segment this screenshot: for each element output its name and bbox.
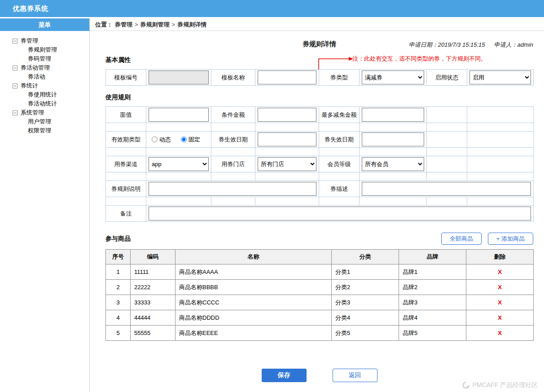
usage-rules-table: 面值 条件金额 最多减免金额 有效期类型 动态 固定 券生效日期 xyxy=(105,106,534,222)
sidebar-item-coupon-rule-mgmt[interactable]: 券规则管理 xyxy=(13,45,89,54)
cell-seq: 2 xyxy=(106,280,131,295)
breadcrumb-item-coupon-mgmt[interactable]: 券管理 xyxy=(115,21,132,29)
store-label: 用券门店 xyxy=(211,156,255,172)
template-name-label: 模板名称 xyxy=(211,70,255,86)
section-usage-rules: 使用规则 xyxy=(105,93,533,101)
sidebar-item-usage-stats[interactable]: 券使用统计 xyxy=(13,90,89,99)
app-header: 优惠券系统 xyxy=(0,0,544,17)
note-arrow-icon xyxy=(316,56,355,70)
collapse-icon[interactable]: − xyxy=(13,84,18,88)
sidebar-item-coupon-code-mgmt[interactable]: 券码管理 xyxy=(13,54,89,63)
products-table: 序号 编码 名称 分类 品牌 删除 1 11111 商品名称AAAA 分类1 品… xyxy=(105,249,534,341)
rule-desc-input[interactable] xyxy=(149,182,316,196)
sidebar-item-user-mgmt[interactable]: 用户管理 xyxy=(13,117,89,126)
cell-category: 分类3 xyxy=(332,295,399,310)
breadcrumb: 位置： 券管理 > 券规则管理 > 券规则详情 xyxy=(90,18,544,31)
cell-brand: 品牌2 xyxy=(399,280,466,295)
interaction-note: 注：此处有交互，选不同类型的券，下方规则不同。 xyxy=(352,55,487,63)
table-row: 1 11111 商品名称AAAA 分类1 品牌1 X xyxy=(106,264,534,280)
status-select[interactable]: 启用 xyxy=(469,70,531,84)
cell-category: 分类2 xyxy=(332,280,399,295)
condition-amount-input[interactable] xyxy=(258,108,316,122)
breadcrumb-separator: > xyxy=(135,21,138,28)
cell-category: 分类1 xyxy=(332,264,399,280)
col-seq: 序号 xyxy=(106,250,131,264)
delete-row-button[interactable]: X xyxy=(466,280,534,295)
coupon-desc-label: 券描述 xyxy=(319,181,360,197)
cell-brand: 品牌4 xyxy=(399,310,466,326)
sidebar-item-coupon-activity[interactable]: 券活动 xyxy=(13,72,89,81)
breadcrumb-item-rule-detail: 券规则详情 xyxy=(177,21,206,29)
watermark: PMCAFF 产品经理社区 xyxy=(462,381,538,389)
validity-fixed-radio[interactable]: 固定 xyxy=(181,136,200,143)
coupon-desc-input[interactable] xyxy=(362,182,531,196)
collapse-icon[interactable]: − xyxy=(13,39,18,44)
cell-category: 分类4 xyxy=(332,310,399,326)
col-code: 编码 xyxy=(131,250,175,264)
sidebar-menu-tree: − 券管理 券规则管理 券码管理 − 券活动管理 券活动 − 券统计 券使用统计… xyxy=(0,31,89,135)
validity-type-label: 有效期类型 xyxy=(106,132,146,148)
cell-name: 商品名称AAAA xyxy=(175,264,332,280)
breadcrumb-item-rule-mgmt[interactable]: 券规则管理 xyxy=(140,21,170,29)
template-name-input[interactable] xyxy=(258,70,316,84)
cell-name: 商品名称DDDD xyxy=(175,310,332,326)
sidebar-item-permission-mgmt[interactable]: 权限管理 xyxy=(13,126,89,135)
delete-row-button[interactable]: X xyxy=(466,310,534,326)
col-brand: 品牌 xyxy=(399,250,466,264)
cell-brand: 品牌3 xyxy=(399,295,466,310)
status-label: 启用状态 xyxy=(427,70,467,86)
channel-select[interactable]: app xyxy=(149,157,209,171)
rule-desc-label: 券规则说明 xyxy=(106,181,146,197)
effective-date-label: 券生效日期 xyxy=(211,132,255,148)
cell-code: 44444 xyxy=(131,310,175,326)
validity-dynamic-radio[interactable]: 动态 xyxy=(152,136,171,143)
remark-input[interactable] xyxy=(149,207,531,220)
collapse-icon[interactable]: − xyxy=(13,66,18,70)
sidebar-group-coupon-mgmt[interactable]: − 券管理 xyxy=(13,36,89,45)
col-category: 分类 xyxy=(332,250,399,264)
pmcaff-logo-icon xyxy=(462,381,470,389)
table-row: 5 55555 商品名称EEEE 分类5 品牌5 X xyxy=(106,326,534,341)
save-button[interactable]: 保存 xyxy=(262,369,307,382)
breadcrumb-separator: > xyxy=(172,21,175,28)
cell-code: 11111 xyxy=(131,264,175,280)
basic-attributes-table: 模板编号 模板名称 券类型 满减券 启用状态 启用 xyxy=(105,69,534,86)
delete-row-button[interactable]: X xyxy=(466,264,534,280)
delete-row-button[interactable]: X xyxy=(466,326,534,341)
face-value-input[interactable] xyxy=(149,108,209,122)
watermark-text: PMCAFF 产品经理社区 xyxy=(473,381,538,389)
coupon-type-select[interactable]: 满减券 xyxy=(362,70,424,84)
col-name: 名称 xyxy=(175,250,332,264)
delete-row-button[interactable]: X xyxy=(466,295,534,310)
back-button[interactable]: 返回 xyxy=(333,369,377,382)
sidebar-group-system-mgmt[interactable]: − 系统管理 xyxy=(13,108,89,117)
expire-date-input[interactable] xyxy=(362,132,424,146)
cell-code: 33333 xyxy=(131,295,175,310)
cell-seq: 1 xyxy=(106,264,131,280)
condition-amount-label: 条件金额 xyxy=(211,107,255,123)
main-area: 位置： 券管理 > 券规则管理 > 券规则详情 券规则详情 申请日期：2019/… xyxy=(90,18,544,392)
template-code-input[interactable] xyxy=(149,70,209,84)
app-title: 优惠券系统 xyxy=(13,4,48,13)
cell-code: 22222 xyxy=(131,280,175,295)
store-select[interactable]: 所有门店 xyxy=(258,157,316,171)
add-product-button[interactable]: + 添加商品 xyxy=(488,233,533,245)
max-discount-input[interactable] xyxy=(362,108,424,122)
all-products-button[interactable]: 全部商品 xyxy=(441,233,482,245)
coupon-type-label: 券类型 xyxy=(319,70,360,86)
apply-info: 申请日期：2019/7/3 15:15:15 申请人：admin xyxy=(409,41,533,49)
sidebar-item-activity-stats[interactable]: 券活动统计 xyxy=(13,99,89,108)
cell-name: 商品名称EEEE xyxy=(175,326,332,341)
sidebar-group-statistics[interactable]: − 券统计 xyxy=(13,81,89,90)
table-row: 4 44444 商品名称DDDD 分类4 品牌4 X xyxy=(106,310,534,326)
effective-date-input[interactable] xyxy=(258,132,316,146)
sidebar-menu-header: 菜单 xyxy=(0,18,89,31)
section-products: 参与商品 xyxy=(105,235,131,243)
member-level-select[interactable]: 所有会员 xyxy=(362,157,424,171)
sidebar-group-activity-mgmt[interactable]: − 券活动管理 xyxy=(13,63,89,72)
sidebar-group-label: 系统管理 xyxy=(21,109,44,117)
cell-seq: 4 xyxy=(106,310,131,326)
applicant: 申请人：admin xyxy=(494,41,533,49)
sidebar: 菜单 − 券管理 券规则管理 券码管理 − 券活动管理 券活动 − 券统计 券使… xyxy=(0,18,90,392)
collapse-icon[interactable]: − xyxy=(13,110,18,115)
